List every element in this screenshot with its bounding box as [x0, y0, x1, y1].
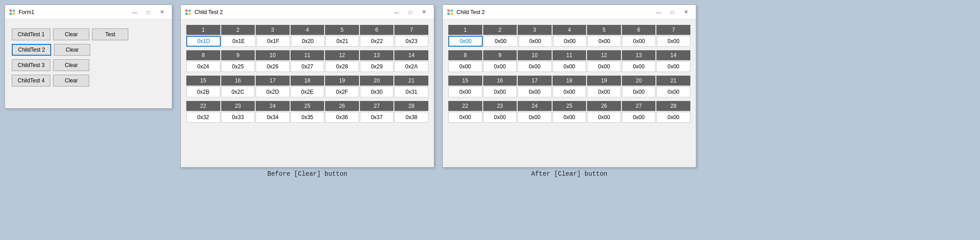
grid-data-cell[interactable]: 0x24 [186, 61, 220, 72]
grid-data-cell[interactable]: 0x00 [519, 36, 552, 47]
grid-data-cell[interactable]: 0x00 [483, 112, 517, 123]
grid-data-cell[interactable]: 0x30 [360, 86, 394, 97]
after-grid-data-row-4: 0x00 0x00 0x00 0x00 0x00 0x00 0x00 [448, 112, 690, 123]
child-before-minimize-btn[interactable]: — [390, 7, 403, 17]
grid-header-cell: 11 [553, 50, 587, 60]
grid-data-cell[interactable]: 0x00 [448, 36, 483, 47]
grid-data-cell[interactable]: 0x33 [221, 112, 255, 123]
childtest1-button[interactable]: ChildTest 1 [12, 29, 50, 40]
after-grid-header-row-1: 1 2 3 4 5 6 7 [448, 25, 690, 35]
after-label: After [Clear] button [531, 170, 607, 178]
grid-data-cell[interactable]: 0x00 [553, 112, 587, 123]
grid-data-cell[interactable]: 0x2A [394, 61, 428, 72]
grid-data-cell[interactable]: 0x00 [587, 36, 621, 47]
grid-data-cell[interactable]: 0x00 [587, 112, 621, 123]
grid-header-cell: 8 [448, 50, 482, 60]
test-button[interactable]: Test [92, 29, 128, 40]
clear4-button[interactable]: Clear [53, 75, 89, 86]
grid-data-cell[interactable]: 0x00 [448, 86, 482, 97]
childtest4-button[interactable]: ChildTest 4 [12, 75, 50, 86]
grid-data-cell[interactable]: 0x1F [257, 36, 290, 47]
grid-data-cell[interactable]: 0x00 [484, 36, 517, 47]
grid-header-cell: 12 [587, 50, 621, 60]
grid-data-cell[interactable]: 0x2F [325, 86, 359, 97]
grid-data-cell[interactable]: 0x00 [448, 61, 482, 72]
grid-data-cell[interactable]: 0x1D [186, 36, 221, 47]
childtest3-button[interactable]: ChildTest 3 [12, 59, 50, 71]
svg-rect-1 [13, 10, 15, 12]
clear2-button[interactable]: Clear [54, 44, 90, 56]
grid-header-cell: 6 [360, 25, 394, 35]
grid-data-cell[interactable]: 0x32 [186, 112, 220, 123]
grid-data-cell[interactable]: 0x26 [256, 61, 290, 72]
svg-rect-0 [10, 10, 12, 12]
grid-data-cell[interactable]: 0x21 [325, 36, 359, 47]
grid-data-cell[interactable]: 0x20 [291, 36, 325, 47]
clear1-button[interactable]: Clear [53, 29, 89, 40]
grid-header-cell: 14 [656, 50, 690, 60]
grid-header-cell: 10 [256, 50, 290, 60]
form1-close-btn[interactable]: ✕ [155, 7, 168, 17]
grid-data-cell[interactable]: 0x00 [622, 61, 656, 72]
grid-header-cell: 3 [518, 25, 552, 35]
grid-data-cell[interactable]: 0x00 [483, 61, 517, 72]
grid-data-cell[interactable]: 0x29 [360, 61, 394, 72]
form1-row-2: ChildTest 2 Clear [12, 44, 165, 56]
grid-data-cell[interactable]: 0x00 [553, 36, 587, 47]
grid-data-cell[interactable]: 0x00 [587, 61, 621, 72]
grid-header-cell: 6 [622, 25, 656, 35]
grid-data-cell[interactable]: 0x00 [656, 61, 690, 72]
grid-data-cell[interactable]: 0x1E [222, 36, 255, 47]
clear3-button[interactable]: Clear [53, 59, 89, 71]
grid-data-cell[interactable]: 0x38 [394, 112, 428, 123]
grid-header-cell: 9 [483, 50, 517, 60]
grid-data-cell[interactable]: 0x2B [186, 86, 220, 97]
grid-data-cell[interactable]: 0x00 [657, 36, 690, 47]
after-grid-header-row-2: 8 9 10 11 12 13 14 [448, 50, 690, 60]
after-grid-section-2: 8 9 10 11 12 13 14 0x00 0x00 0x00 0x00 0… [448, 50, 690, 72]
grid-data-cell[interactable]: 0x31 [394, 86, 428, 97]
form1-row-4: ChildTest 4 Clear [12, 75, 165, 86]
child-after-close-btn[interactable]: ✕ [679, 7, 692, 17]
grid-data-cell[interactable]: 0x00 [553, 86, 587, 97]
childtest2-button[interactable]: ChildTest 2 [12, 44, 51, 56]
grid-data-cell[interactable]: 0x00 [553, 61, 587, 72]
grid-data-cell[interactable]: 0x2E [291, 86, 325, 97]
form1-maximize-btn[interactable]: □ [142, 7, 155, 17]
grid-data-cell[interactable]: 0x00 [483, 86, 517, 97]
grid-data-cell[interactable]: 0x00 [622, 86, 656, 97]
grid-header-cell: 1 [186, 25, 220, 35]
grid-header-cell: 12 [325, 50, 359, 60]
grid-header-cell: 24 [518, 101, 552, 111]
child-before-close-btn[interactable]: ✕ [417, 7, 430, 17]
grid-data-cell[interactable]: 0x00 [448, 112, 482, 123]
grid-data-cell[interactable]: 0x00 [656, 112, 690, 123]
grid-data-cell[interactable]: 0x36 [325, 112, 359, 123]
grid-data-cell[interactable]: 0x22 [360, 36, 393, 47]
grid-data-cell[interactable]: 0x27 [291, 61, 325, 72]
grid-data-cell[interactable]: 0x00 [656, 86, 690, 97]
child-after-minimize-btn[interactable]: — [652, 7, 665, 17]
grid-data-cell[interactable]: 0x00 [518, 61, 552, 72]
grid-data-cell[interactable]: 0x00 [518, 112, 552, 123]
grid-data-cell[interactable]: 0x00 [622, 112, 656, 123]
grid-data-cell[interactable]: 0x37 [360, 112, 394, 123]
grid-data-cell[interactable]: 0x25 [221, 61, 255, 72]
grid-header-cell: 4 [553, 25, 587, 35]
child-before-maximize-btn[interactable]: □ [404, 7, 417, 17]
grid-data-cell[interactable]: 0x2D [256, 86, 290, 97]
child-after-maximize-btn[interactable]: □ [666, 7, 679, 17]
grid-data-cell[interactable]: 0x00 [587, 86, 621, 97]
grid-data-cell[interactable]: 0x00 [622, 36, 655, 47]
svg-rect-7 [189, 13, 191, 15]
grid-data-cell[interactable]: 0x34 [256, 112, 290, 123]
grid-data-row-2: 0x24 0x25 0x26 0x27 0x28 0x29 0x2A [186, 61, 428, 72]
grid-header-row-4: 22 23 24 25 26 27 28 [186, 101, 428, 111]
grid-data-cell[interactable]: 0x2C [221, 86, 255, 97]
grid-data-cell[interactable]: 0x23 [395, 36, 428, 47]
form1-minimize-btn[interactable]: — [128, 7, 141, 17]
before-container: Child Test 2 — □ ✕ 1 2 3 4 5 6 7 [180, 5, 434, 178]
grid-data-cell[interactable]: 0x00 [518, 86, 552, 97]
grid-data-cell[interactable]: 0x28 [325, 61, 359, 72]
grid-data-cell[interactable]: 0x35 [291, 112, 325, 123]
